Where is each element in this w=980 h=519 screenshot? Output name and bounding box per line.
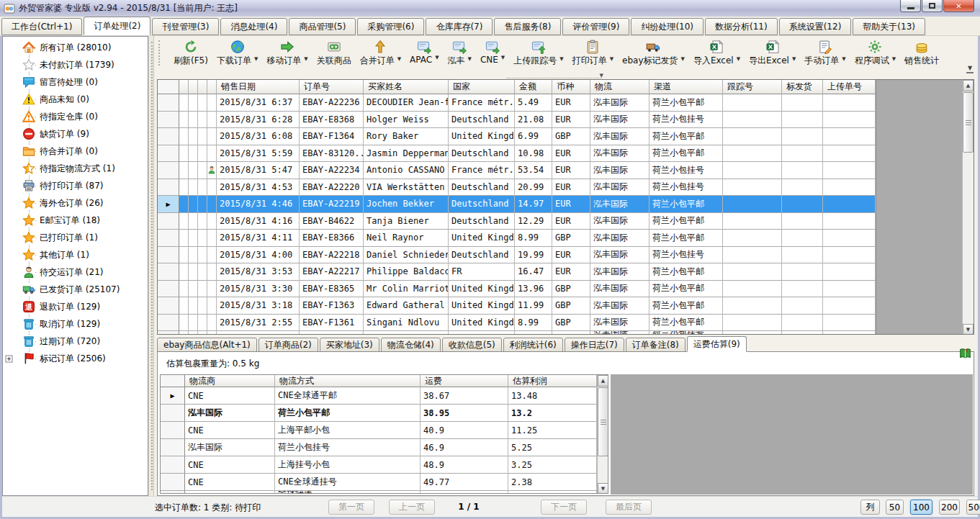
toolbar-button[interactable]: 导入Excel▼ [690,39,744,68]
chevron-down-icon[interactable]: ▼ [501,55,505,60]
freight-row[interactable]: CNE上海挂号小包48.93.25 [161,456,608,474]
row-header-cell[interactable]: ▶ [158,196,179,213]
menu-tab[interactable]: 售后服务(8) [494,18,561,35]
toolbar-overflow-button[interactable]: ▼ [966,65,974,73]
toolbar-button[interactable]: 导出Excel▼ [745,39,799,68]
toolbar-button[interactable]: 下载订单▼ [213,39,261,68]
row-header-cell[interactable] [158,297,179,315]
toolbar-button[interactable]: 关联商品 [313,39,355,68]
column-header[interactable]: 物流商 [185,375,275,387]
column-header[interactable]: 销售日期 [217,80,300,94]
detail-tab[interactable]: 订单备注(8) [626,338,685,352]
menu-tab[interactable]: 消息处理(4) [220,18,287,35]
page-size-button[interactable]: 50 [886,500,904,515]
menu-tab[interactable]: 采购管理(6) [357,18,424,35]
column-header[interactable]: 金额 [515,80,552,94]
sidebar-item[interactable]: 其他订单 (1) [3,246,148,263]
row-header-cell[interactable] [161,474,185,491]
table-row[interactable]: 2015/8/31 4:16EBAY-B4622Tanja BienerDeut… [158,213,974,230]
toolbar-button[interactable]: 上传跟踪号▼ [510,39,567,68]
table-row[interactable]: 2015/8/31 3:30EBAY-E8365Mr Colin Marriot… [158,281,974,298]
sidebar-item[interactable]: 待合并订单 (0) [3,143,148,160]
sidebar-item[interactable]: 待交运订单 (21) [3,263,148,281]
menu-tab[interactable]: 工作台(Ctrl+1) [1,18,82,35]
chevron-down-icon[interactable]: ▼ [842,56,845,62]
row-header-cell[interactable] [161,439,185,456]
chevron-down-icon[interactable]: ▼ [304,56,307,62]
chevron-down-icon[interactable]: ▼ [435,55,439,60]
table-row[interactable]: 2015/8/31 3:18EBAY-F1363Edward GatheralU… [158,297,974,315]
table-row[interactable]: 2015/8/31 2:55EBAY-F1361Singani NdlovuUn… [158,315,974,332]
orders-vertical-scrollbar[interactable]: ▲ ▼ [962,80,974,335]
chevron-down-icon[interactable]: ▼ [737,56,740,62]
detail-tab[interactable]: ebay商品信息(Alt+1) [157,338,257,352]
freight-row[interactable]: CNECNE全球通挂号49.772.38 [161,474,608,491]
sidebar-item[interactable]: 已打印订单 (1) [3,229,148,246]
menu-tab[interactable]: 商品管理(5) [289,18,356,35]
row-header-cell[interactable] [158,112,179,129]
sidebar-item[interactable]: 待打印订单 (87) [3,177,148,194]
chevron-down-icon[interactable]: ▼ [681,56,685,62]
chevron-down-icon[interactable]: ▼ [600,73,603,78]
row-header-cell[interactable] [161,491,185,494]
detail-tab[interactable]: 订单商品(2) [259,338,318,352]
sidebar-item[interactable]: 取消订单 (129) [3,315,148,333]
menu-tab[interactable]: 纠纷处理(10) [631,18,703,35]
detail-tab[interactable]: 收款信息(5) [442,338,502,352]
table-row[interactable]: 2015/8/31 4:11EBAY-E8366Neil RaynorUnite… [158,230,974,247]
toolbar-button[interactable]: 合并订单▼ [356,39,405,68]
chevron-down-icon[interactable]: ▼ [610,56,613,62]
chevron-down-icon[interactable]: ▼ [792,56,796,62]
sidebar-item[interactable]: 已发货订单 (25107) [3,281,148,298]
sidebar-item[interactable]: 退退款订单 (129) [3,298,148,315]
row-header-cell[interactable] [158,94,179,112]
row-header-cell[interactable] [158,247,179,264]
sidebar-item[interactable]: 标记订单 (2506) [3,350,148,367]
freight-row[interactable]: CNE上海平邮小包40.911.25 [161,422,608,439]
sidebar-item[interactable]: 缺货订单 (9) [3,125,148,143]
detail-tab[interactable]: 操作日志(7) [565,338,624,352]
freight-row[interactable]: 全球快递 [161,491,608,494]
row-header-cell[interactable] [158,213,179,230]
toolbar-button[interactable]: APAC▼ [406,39,442,66]
scroll-up-icon[interactable]: ▲ [963,80,974,91]
menu-tab[interactable]: 刊登管理(3) [152,18,219,35]
menu-tab[interactable]: 系统设置(12) [779,18,852,35]
table-row[interactable]: 2015/8/31 5:59EBAY-83120...Jasmin Depper… [158,145,974,163]
column-header[interactable]: 买家姓名 [364,80,449,94]
detail-tab[interactable]: 利润统计(6) [503,338,563,352]
freight-vertical-scrollbar[interactable]: ▲ ▼ [597,375,608,494]
freight-row[interactable]: 泓丰国际荷兰小包挂号46.95.25 [161,439,608,456]
row-header-cell[interactable] [158,281,179,298]
column-header[interactable]: 上传单号 [823,80,876,94]
toolbar-button[interactable]: 泓丰▼ [444,39,475,68]
chevron-down-icon[interactable]: ▼ [254,56,258,62]
page-size-button[interactable]: 500 [966,500,980,515]
scroll-down-icon[interactable]: ▼ [963,324,974,335]
row-header-cell[interactable]: ▶ [161,387,185,405]
chevron-down-icon[interactable]: ▼ [468,56,472,62]
row-header-cell[interactable] [158,315,179,332]
table-row[interactable]: 2015/8/31 6:37EBAY-A22236DECOUDIER Jean-… [158,94,974,112]
chevron-down-icon[interactable]: ▼ [892,56,896,62]
sidebar-item[interactable]: 海外仓订单 (26) [3,194,148,212]
sidebar-item[interactable]: E邮宝订单 (18) [3,212,148,229]
column-header[interactable]: 订单号 [300,80,364,94]
freight-row[interactable]: ▶CNECNE全球通平邮38.6713.48 [161,387,608,405]
menu-tab[interactable]: 评价管理(9) [562,18,629,35]
toolbar-button[interactable]: 移动订单▼ [263,39,311,68]
row-header-cell[interactable] [158,162,179,179]
menu-tab[interactable]: 数据分析(11) [705,18,778,35]
chevron-down-icon[interactable]: ▼ [559,56,563,62]
last-page-button[interactable]: 最后页 [606,500,652,515]
row-header-cell[interactable] [161,456,185,474]
column-header[interactable]: 渠道 [649,80,723,94]
column-header[interactable]: 国家 [449,80,515,94]
table-row[interactable]: 2015/8/31 6:28EBAY-E8368Holger WeissDeut… [158,112,974,129]
first-page-button[interactable]: 第一页 [328,500,374,515]
table-row[interactable]: 2015/8/31 3:53EBAY-A22217Philippe Baldac… [158,263,974,281]
table-row[interactable]: 2015/8/31 6:08EBAY-F1364Rory BakerUnited… [158,128,974,145]
chevron-down-icon[interactable]: ▼ [397,56,401,62]
row-header-cell[interactable] [158,179,179,197]
toolbar-button[interactable]: 程序调试▼ [851,39,899,68]
